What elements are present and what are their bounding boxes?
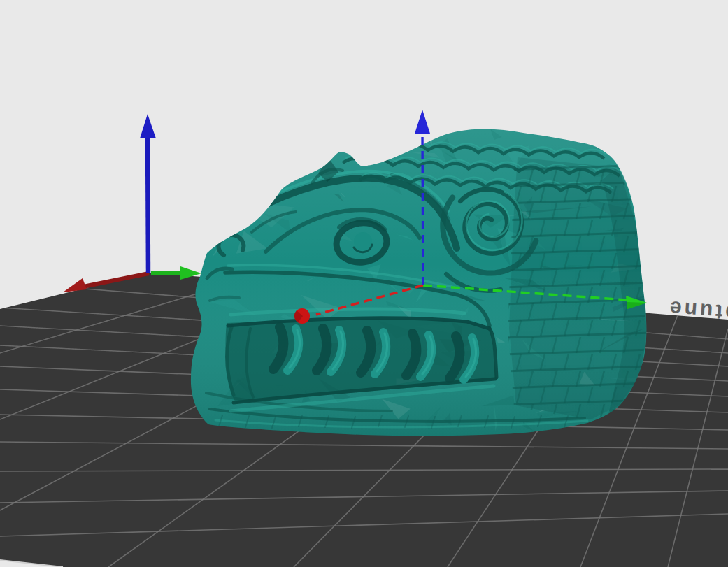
z-axis-line xyxy=(148,137,148,273)
scene-canvas: neptune xyxy=(0,0,728,567)
slicer-3d-viewport[interactable]: neptune xyxy=(0,0,728,567)
